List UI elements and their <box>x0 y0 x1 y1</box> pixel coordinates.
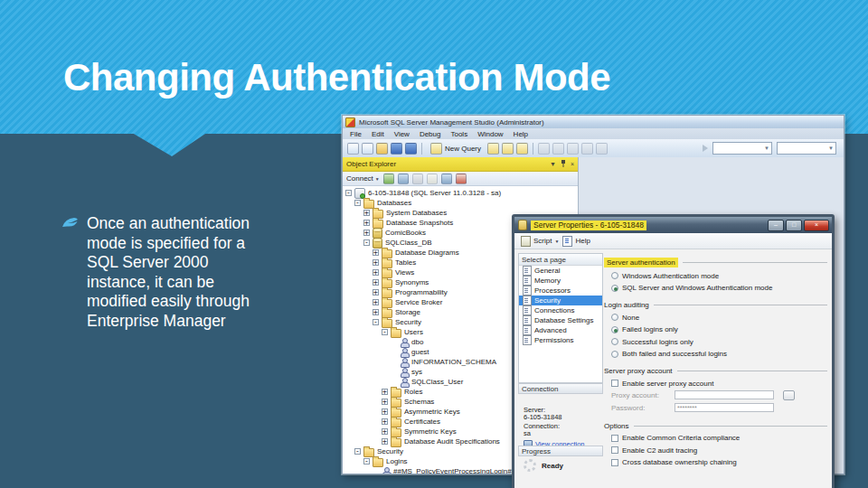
radio-none[interactable]: None <box>611 314 827 322</box>
radio-both-failed-and-successful-logins[interactable]: Both failed and successful logins <box>611 350 827 358</box>
page-item-security[interactable]: Security <box>519 296 602 305</box>
menu-debug[interactable]: Debug <box>420 130 441 138</box>
enable-proxy-checkbox-row[interactable]: Enable server proxy account <box>611 380 827 388</box>
password-field[interactable]: ******** <box>675 403 774 412</box>
menu-window[interactable]: Window <box>477 130 503 138</box>
expand-toggle-icon[interactable]: + <box>382 428 388 435</box>
expand-toggle-icon[interactable]: + <box>373 309 379 315</box>
checkbox-cross-database-ownership-chaining[interactable]: Cross database ownership chaining <box>611 458 827 466</box>
dialog-window-buttons: – □ × <box>768 220 832 231</box>
filter-icon[interactable] <box>427 174 438 184</box>
mdx-query-icon[interactable] <box>516 143 528 155</box>
radio-icon <box>611 351 618 358</box>
paste-icon[interactable] <box>567 143 579 155</box>
maximize-button[interactable]: □ <box>786 220 802 231</box>
help-label: Help <box>575 237 590 245</box>
disconnect-object-icon[interactable] <box>398 174 409 184</box>
expand-toggle-icon[interactable]: + <box>363 220 370 226</box>
expand-toggle-icon[interactable]: + <box>382 399 388 405</box>
refresh-icon[interactable] <box>441 174 452 184</box>
toolbar-combobox-1[interactable]: ▼ <box>712 142 772 155</box>
chevron-down-icon[interactable]: ▼ <box>550 161 556 167</box>
close-button[interactable]: × <box>804 220 829 231</box>
expand-toggle-icon[interactable]: - <box>354 200 361 206</box>
expand-toggle-icon[interactable]: + <box>373 299 379 305</box>
page-item-general[interactable]: General <box>519 266 602 276</box>
expand-toggle-icon[interactable]: + <box>373 269 379 276</box>
menu-help[interactable]: Help <box>514 130 528 138</box>
undo-icon[interactable] <box>581 143 593 155</box>
indent-spacer <box>391 339 397 345</box>
minimize-button[interactable]: – <box>768 220 784 231</box>
radio-icon <box>611 272 618 279</box>
menu-file[interactable]: File <box>350 130 362 138</box>
expand-toggle-icon[interactable]: + <box>373 259 379 266</box>
page-item-memory[interactable]: Memory <box>519 276 602 286</box>
expand-toggle-icon[interactable]: + <box>373 249 379 256</box>
page-item-database-settings[interactable]: Database Settings <box>519 315 602 325</box>
expand-toggle-icon[interactable]: + <box>363 210 370 216</box>
expand-toggle-icon[interactable]: - <box>345 190 352 196</box>
save-icon[interactable] <box>391 143 402 155</box>
expand-toggle-icon[interactable]: + <box>382 418 388 425</box>
progress-panel-header: Progress <box>518 446 603 456</box>
expand-toggle-icon[interactable]: + <box>382 408 388 415</box>
copy-icon[interactable] <box>552 143 564 155</box>
expand-toggle-icon[interactable]: - <box>373 319 379 325</box>
radio-label: Failed logins only <box>622 325 678 333</box>
open-file-icon[interactable] <box>376 143 388 155</box>
checkbox-enable-common-criteria-compliance[interactable]: Enable Common Criteria compliance <box>611 434 827 442</box>
menu-edit[interactable]: Edit <box>372 130 384 138</box>
expand-toggle-icon[interactable]: - <box>363 458 370 465</box>
page-item-connections[interactable]: Connections <box>519 305 602 315</box>
radio-failed-logins-only[interactable]: Failed logins only <box>611 325 827 333</box>
debug-play-icon[interactable] <box>703 145 708 152</box>
radio-sql-server-and-windows-authentication-mo[interactable]: SQL Server and Windows Authentication mo… <box>611 284 827 292</box>
new-query-label: New Query <box>445 145 481 153</box>
proxy-account-field[interactable] <box>675 390 774 399</box>
expand-toggle-icon[interactable]: - <box>382 329 388 335</box>
cut-icon[interactable] <box>538 143 550 155</box>
toolbar-combobox-2[interactable]: ▼ <box>777 142 836 155</box>
redo-icon[interactable] <box>596 143 608 155</box>
stop-icon[interactable] <box>412 174 423 184</box>
expand-toggle-icon[interactable]: + <box>363 230 370 236</box>
new-query-button[interactable]: New Query <box>427 141 485 156</box>
help-button[interactable]: Help <box>562 236 590 247</box>
analysis-query-icon[interactable] <box>502 143 514 155</box>
menu-tools[interactable]: Tools <box>450 130 467 138</box>
page-item-processors[interactable]: Processors <box>519 286 602 296</box>
database-icon <box>373 228 382 239</box>
expand-toggle-icon[interactable]: + <box>373 289 379 296</box>
new-item-icon[interactable] <box>347 143 359 155</box>
toolbar-separator <box>421 143 422 155</box>
page-item-label: General <box>534 267 560 275</box>
menu-view[interactable]: View <box>394 130 410 138</box>
checkbox-enable-c2-audit-tracing[interactable]: Enable C2 audit tracing <box>611 446 827 455</box>
connect-object-icon[interactable] <box>383 174 394 184</box>
proxy-browse-button[interactable] <box>783 390 795 400</box>
user-icon <box>400 358 409 367</box>
select-a-page-pane: Select a page GeneralMemoryProcessorsSec… <box>518 253 603 383</box>
tree-item-databases[interactable]: -Databases <box>343 198 578 208</box>
connect-button[interactable]: Connect ▼ <box>346 174 380 183</box>
expand-toggle-icon[interactable]: + <box>373 279 379 286</box>
reports-icon[interactable] <box>456 174 467 184</box>
expand-toggle-icon[interactable]: + <box>382 389 388 395</box>
close-icon[interactable]: × <box>571 161 574 167</box>
save-all-icon[interactable] <box>405 143 417 155</box>
radio-successful-logins-only[interactable]: Successful logins only <box>611 338 827 346</box>
pin-icon[interactable] <box>561 160 566 168</box>
tree-item-6-105-31848-sql-server-11-0-3128-sa[interactable]: -6-105-31848 (SQL Server 11.0.3128 - sa) <box>343 188 578 198</box>
script-button[interactable]: Script ▼ <box>521 236 559 247</box>
database-query-icon[interactable] <box>487 143 499 155</box>
page-item-permissions[interactable]: Permissions <box>519 335 602 345</box>
server-properties-dialog: Server Properties - 6-105-31848 – □ × Sc… <box>512 214 835 488</box>
expand-toggle-icon[interactable]: - <box>354 448 361 455</box>
page-item-advanced[interactable]: Advanced <box>519 325 602 335</box>
expand-toggle-icon[interactable]: - <box>363 239 370 246</box>
add-item-icon[interactable] <box>362 143 373 155</box>
expand-toggle-icon[interactable]: + <box>382 438 388 445</box>
radio-windows-authentication-mode[interactable]: Windows Authentication mode <box>611 272 827 280</box>
page-item-label: Permissions <box>534 336 574 344</box>
